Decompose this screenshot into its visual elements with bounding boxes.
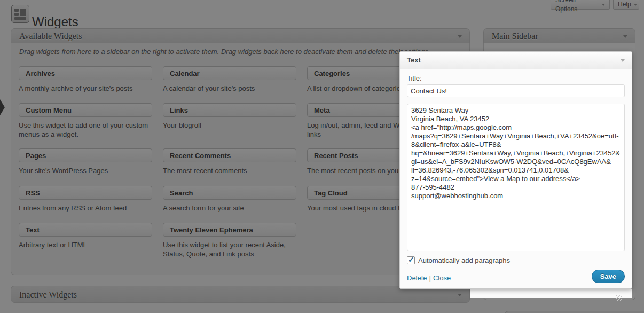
text-widget-header[interactable]: Text [400,52,632,69]
widgets-admin-page: Widgets Screen Options Help Available Wi… [0,0,644,313]
autop-checkbox[interactable] [407,256,415,264]
link-separator: | [427,274,433,282]
save-button[interactable]: Save [592,270,625,283]
close-link[interactable]: Close [433,274,451,282]
editor-footer: Delete|Close Save [400,266,632,288]
resize-grip-icon[interactable] [616,295,622,301]
title-field-label: Title: [407,74,625,82]
widget-content-textarea[interactable]: 3629 Sentara Way Virginia Beach, VA 2345… [407,104,625,251]
title-input[interactable] [407,84,625,97]
widget-toggle-icon[interactable] [621,59,625,62]
delete-link[interactable]: Delete [407,274,427,282]
text-widget-editor: Text Title: 3629 Sentara Way Virginia Be… [399,51,632,289]
spotlight-area [470,289,632,298]
autop-label[interactable]: Automatically add paragraphs [418,256,510,264]
text-widget-title: Text [407,56,421,64]
